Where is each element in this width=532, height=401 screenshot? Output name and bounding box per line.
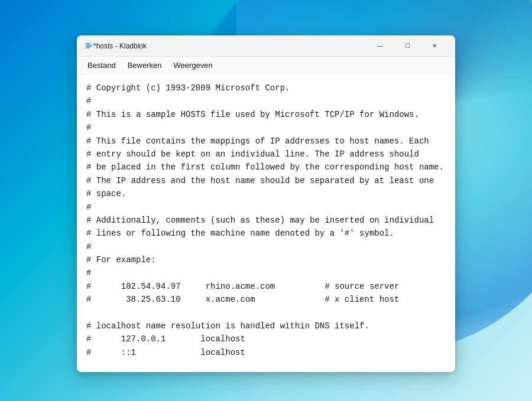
menu-weergeven[interactable]: Weergeven [168, 58, 219, 72]
editor-area[interactable]: # Copyright (c) 1993-2009 Microsoft Corp… [77, 74, 455, 372]
editor-content[interactable]: # Copyright (c) 1993-2009 Microsoft Corp… [86, 81, 446, 359]
minimize-button[interactable]: — [366, 35, 394, 57]
menu-bewerken[interactable]: Bewerken [122, 58, 168, 72]
svg-rect-1 [86, 43, 90, 44]
menu-bar: Bestand Bewerken Weergeven [77, 57, 455, 74]
svg-rect-4 [86, 47, 90, 48]
menu-bestand[interactable]: Bestand [82, 58, 122, 72]
svg-rect-2 [86, 44, 92, 45]
title-bar: *hosts - Kladblok — ☐ ✕ [77, 35, 455, 57]
maximize-button[interactable]: ☐ [394, 35, 421, 57]
window-title: *hosts - Kladblok [93, 42, 366, 50]
notepad-icon [84, 41, 93, 51]
svg-rect-3 [86, 46, 92, 47]
close-button[interactable]: ✕ [421, 35, 448, 57]
notepad-window: *hosts - Kladblok — ☐ ✕ Bestand Bewerken… [77, 35, 455, 372]
window-controls: — ☐ ✕ [366, 35, 448, 57]
